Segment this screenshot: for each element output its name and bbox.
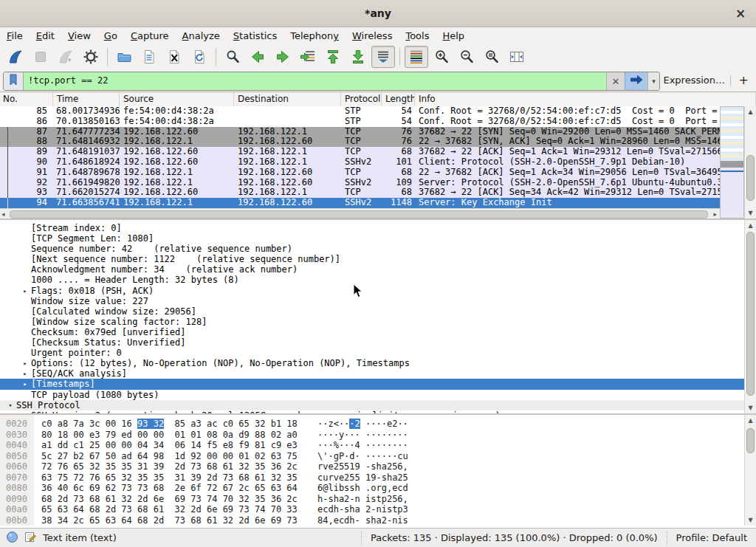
hex-bytes[interactable]: 65 63 64 68 2d 73 68 61 32 2d 6e 69 73 7… xyxy=(41,504,312,515)
scroll-down-arrow-icon[interactable]: ▼ xyxy=(745,403,756,413)
detail-line[interactable]: [Checksum Status: Unverified] xyxy=(0,337,744,348)
auto-scroll-toggle[interactable] xyxy=(371,46,395,68)
hex-bytes[interactable]: 63 75 72 76 65 32 35 35 31 39 2d 73 68 6… xyxy=(41,472,312,484)
hex-ascii[interactable]: rve25519 -sha256, xyxy=(317,461,408,472)
menu-item[interactable]: Statistics xyxy=(227,27,284,44)
close-file-button[interactable] xyxy=(162,46,186,68)
hex-row[interactable]: 0040 a1 dd c1 25 00 00 04 34 06 14 f5 e8… xyxy=(0,440,744,451)
hex-ascii[interactable]: ··z<···2 ····e2·· xyxy=(317,419,408,430)
hex-bytes[interactable]: c0 a8 7a 3c 00 16 93 32 85 a3 ac c0 65 3… xyxy=(41,419,312,430)
hex-row[interactable]: 0080 36 40 6c 69 62 73 73 68 2e 6f 72 67… xyxy=(0,483,744,494)
packet-row[interactable]: 93 71.662015274 192.168.122.60 192.168.1… xyxy=(0,188,720,198)
detail-line[interactable]: TCP payload (1080 bytes) xyxy=(0,390,744,400)
detail-line[interactable]: Checksum: 0x79ed [unverified] xyxy=(0,327,744,337)
filter-dropdown-button[interactable]: ▾ xyxy=(647,72,659,90)
scrollbar-thumb[interactable] xyxy=(746,232,755,396)
profile-selector[interactable]: Profile: Default xyxy=(667,531,756,545)
expander-icon[interactable]: ▸ xyxy=(19,368,31,379)
menu-item[interactable]: Help xyxy=(436,27,471,44)
detail-line[interactable]: Urgent pointer: 0 xyxy=(0,348,744,358)
hex-ascii[interactable]: ecdh-sha 2-nistp3 xyxy=(317,504,408,515)
save-file-button[interactable] xyxy=(137,46,161,68)
go-to-packet-button[interactable] xyxy=(296,46,320,68)
scrollbar-thumb[interactable] xyxy=(746,428,755,453)
expression-button[interactable]: Expression… xyxy=(663,69,725,92)
hex-row[interactable]: 0090 68 2d 73 68 61 32 2d 6e 69 73 74 70… xyxy=(0,494,744,505)
find-packet-button[interactable] xyxy=(221,46,244,68)
expander-icon[interactable] xyxy=(19,317,31,327)
packet-row[interactable]: 92 71.661949820 192.168.122.1 192.168.12… xyxy=(0,178,720,188)
hex-bytes[interactable]: 38 34 2c 65 63 64 68 2d 73 68 61 32 2d 6… xyxy=(41,515,312,526)
hex-bytes[interactable]: a1 dd c1 25 00 00 04 34 06 14 f5 e8 f9 8… xyxy=(41,440,312,451)
hex-row[interactable]: 0030 80 18 00 e3 79 ed 00 00 01 01 08 0a… xyxy=(0,430,744,441)
menu-item[interactable]: Analyze xyxy=(176,27,227,44)
hex-row[interactable]: 0050 5c 27 b2 67 50 ad 64 98 1d 92 00 00… xyxy=(0,451,744,462)
scrollbar-thumb[interactable] xyxy=(746,155,755,201)
zoom-in-button[interactable] xyxy=(430,46,453,68)
filter-bookmark-button[interactable] xyxy=(4,72,24,90)
hex-vscrollbar[interactable]: ▲ ▼ xyxy=(744,415,756,526)
expander-icon[interactable]: ▸ xyxy=(19,286,31,296)
column-header[interactable]: No. xyxy=(0,92,53,106)
packet-row[interactable]: 87 71.647777234 192.168.122.60 192.168.1… xyxy=(0,127,720,137)
expander-icon[interactable] xyxy=(19,348,31,358)
expert-info-button[interactable] xyxy=(6,531,18,546)
hex-ascii[interactable]: ···%···4 ········ xyxy=(317,440,408,451)
expander-icon[interactable] xyxy=(19,223,31,233)
column-header[interactable]: Time xyxy=(53,92,120,106)
expander-icon[interactable]: ▾ xyxy=(4,400,16,410)
detail-line[interactable]: ▾ SSH Protocol xyxy=(0,400,744,410)
column-header[interactable]: Protocol xyxy=(341,92,382,106)
reload-file-button[interactable] xyxy=(188,46,211,68)
expander-icon[interactable] xyxy=(19,264,31,275)
hex-ascii[interactable]: 84,ecdh- sha2-nis xyxy=(317,515,408,526)
detail-line[interactable]: ▸ [Timestamps] xyxy=(0,379,744,389)
go-forward-button[interactable] xyxy=(271,46,295,68)
menu-item[interactable]: Capture xyxy=(124,27,176,44)
scroll-down-arrow-icon[interactable]: ▼ xyxy=(745,208,756,218)
open-file-button[interactable] xyxy=(112,46,136,68)
hex-row[interactable]: 00b0 38 34 2c 65 63 64 68 2d 73 68 61 32… xyxy=(0,515,744,526)
column-header[interactable]: Destination xyxy=(234,92,341,106)
filter-input[interactable]: !tcp.port == 22 xyxy=(24,72,606,90)
hex-bytes[interactable]: 68 2d 73 68 61 32 2d 6e 69 73 74 70 32 3… xyxy=(41,494,312,505)
menu-item[interactable]: File xyxy=(0,27,30,44)
zoom-out-button[interactable] xyxy=(455,46,478,68)
hex-row[interactable]: 0020 c0 a8 7a 3c 00 16 93 32 85 a3 ac c0… xyxy=(0,419,744,430)
expander-icon[interactable] xyxy=(19,296,31,306)
go-to-bottom-button[interactable] xyxy=(346,46,370,68)
hex-bytes[interactable]: 5c 27 b2 67 50 ad 64 98 1d 92 00 00 01 0… xyxy=(41,451,312,462)
hex-ascii[interactable]: ····y··· ········ xyxy=(317,430,408,441)
menu-item[interactable]: Wireless xyxy=(346,27,399,44)
packet-row[interactable]: 94 71.663856741 192.168.122.1 192.168.12… xyxy=(0,198,720,208)
detail-line[interactable]: Window size value: 227 xyxy=(0,296,744,306)
capture-comment-button[interactable] xyxy=(24,531,37,546)
scroll-up-arrow-icon[interactable]: ▲ xyxy=(745,107,756,117)
packet-list-hscrollbar[interactable]: ◂ ▸ xyxy=(0,208,720,219)
expander-icon[interactable] xyxy=(19,390,31,400)
detail-line[interactable]: Sequence number: 42 (relative sequence n… xyxy=(0,244,744,254)
expander-icon[interactable] xyxy=(19,306,31,317)
expander-icon[interactable]: ▸ xyxy=(19,379,31,389)
resize-columns-button[interactable] xyxy=(505,46,529,68)
packet-row[interactable]: 91 71.648789678 192.168.122.1 192.168.12… xyxy=(0,168,720,178)
expander-icon[interactable] xyxy=(19,254,31,264)
window-titlebar[interactable]: *any × xyxy=(0,0,756,27)
detail-line[interactable]: [Window size scaling factor: 128] xyxy=(0,317,744,327)
expander-icon[interactable]: ▸ xyxy=(19,358,31,368)
packet-row[interactable]: 85 68.001734936 fe:54:00:d4:38:2a STP 54… xyxy=(0,106,720,117)
expander-icon[interactable] xyxy=(19,244,31,254)
packet-row[interactable]: 89 71.648191037 192.168.122.60 192.168.1… xyxy=(0,147,720,157)
detail-line[interactable]: [Stream index: 0] xyxy=(0,223,744,233)
hex-row[interactable]: 0060 72 76 65 32 35 35 31 39 2d 73 68 61… xyxy=(0,461,744,472)
detail-line[interactable]: [TCP Segment Len: 1080] xyxy=(0,233,744,244)
detail-line[interactable]: ▸ Options: (12 bytes), No-Operation (NOP… xyxy=(0,358,744,368)
packet-row[interactable]: 86 70.013850163 fe:54:00:d4:38:2a STP 54… xyxy=(0,117,720,127)
hex-ascii[interactable]: curve255 19-sha25 xyxy=(317,472,408,484)
menu-item[interactable]: Telephony xyxy=(284,27,346,44)
intelligent-scrollbar-minimap[interactable] xyxy=(720,106,744,219)
restart-capture-button[interactable] xyxy=(54,46,78,68)
details-vscrollbar[interactable]: ▲ ▼ xyxy=(744,220,756,413)
filter-apply-button[interactable] xyxy=(625,72,647,90)
capture-options-button[interactable] xyxy=(79,46,103,68)
